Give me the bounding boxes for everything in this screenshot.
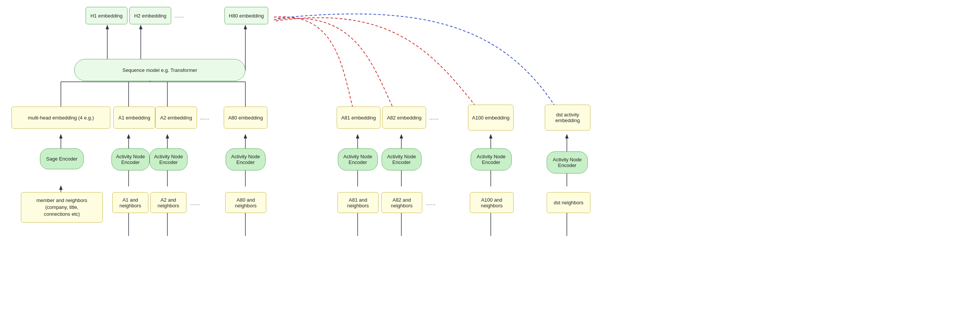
a81-embedding-box: A81 embedding (337, 107, 380, 129)
multihead-embedding-box: multi-head embedding (4 e.g.) (11, 107, 110, 129)
dots-1: ...... (174, 12, 184, 19)
h1-embedding-box: H1 embedding (86, 7, 127, 24)
h2-embedding-box: H2 embedding (129, 7, 171, 24)
member-neighbors-box: member and neighbors (company, title, co… (21, 192, 103, 223)
sequence-model-box: Sequence model e.g. Transformer (74, 59, 245, 81)
a2-embedding-box: A2 embedding (155, 107, 197, 129)
activity-node-encoder-81-box: Activity Node Encoder (338, 148, 378, 170)
a82-neighbors-box: A82 and neighbors (381, 192, 422, 213)
dst-neighbors-box: dst neighbors (547, 192, 590, 213)
activity-node-encoder-100-box: Activity Node Encoder (471, 148, 512, 170)
dots-3: ...... (429, 114, 439, 121)
a100-embedding-box: A100 embedding (468, 105, 514, 130)
dots-5: ...... (426, 200, 436, 206)
a1-embedding-box: A1 embedding (113, 107, 155, 129)
activity-node-encoder-dst-box: Activity Node Encoder (547, 151, 588, 173)
a81-neighbors-box: A81 and neighbors (337, 192, 379, 213)
dots-4: ...... (190, 200, 200, 206)
a80-neighbors-box: A80 and neighbors (225, 192, 266, 213)
activity-node-encoder-1-box: Activity Node Encoder (111, 148, 150, 170)
h80-embedding-box: H80 embedding (224, 7, 268, 24)
diagram: H1 embedding H2 embedding ...... H80 emb… (0, 0, 980, 331)
a82-embedding-box: A82 embedding (382, 107, 426, 129)
activity-node-encoder-80-box: Activity Node Encoder (226, 148, 266, 170)
dots-2: ...... (200, 114, 209, 121)
a100-neighbors-box: A100 and neighbors (470, 192, 514, 213)
dst-activity-embedding-box: dst activity embedding (545, 105, 590, 130)
sage-encoder-box: Sage Encoder (40, 148, 84, 169)
activity-node-encoder-2-box: Activity Node Encoder (150, 148, 188, 170)
a80-embedding-box: A80 embedding (224, 107, 267, 129)
activity-node-encoder-82-box: Activity Node Encoder (382, 148, 422, 170)
a1-neighbors-box: A1 and neighbors (112, 192, 148, 213)
a2-neighbors-box: A2 and neighbors (150, 192, 186, 213)
